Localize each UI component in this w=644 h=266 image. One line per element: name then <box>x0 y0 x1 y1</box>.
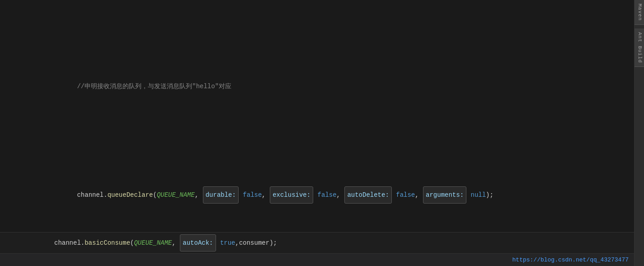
param-label: exclusive: <box>270 186 313 204</box>
code-text: ( <box>153 191 156 199</box>
code-text: queueDeclare <box>108 191 153 199</box>
panel-tab-label: Maven <box>637 4 643 21</box>
code-text: ); <box>486 191 494 199</box>
param-label: autoDelete: <box>344 186 391 204</box>
code-text: channel. <box>77 191 107 199</box>
code-text: , <box>415 191 423 199</box>
status-url: https://blog.csdn.net/qq_43273477 <box>512 256 629 263</box>
code-text: basicConsume <box>85 239 130 247</box>
code-text: , <box>262 191 269 199</box>
code-text: null <box>467 191 486 199</box>
ant-build-panel-tab[interactable]: Ant Build <box>635 28 644 67</box>
maven-panel-tab[interactable]: Maven <box>635 0 644 25</box>
param-label: arguments: <box>423 186 466 204</box>
code-text: ,consumer); <box>235 239 277 247</box>
code-text: QUEUE_NAME <box>134 239 172 247</box>
status-bar: https://blog.csdn.net/qq_43273477 <box>0 253 634 266</box>
code-editor: //申明接收消息的队列，与发送消息队列"hello"对应 channel.que… <box>0 0 634 266</box>
code-text: QUEUE_NAME <box>157 191 195 199</box>
panel-tab-label: Ant Build <box>637 32 643 63</box>
code-text: false <box>239 191 262 199</box>
code-line: channel.queueDeclare(QUEUE_NAME, durable… <box>32 171 634 219</box>
code-text: , <box>337 191 344 199</box>
code-comment: //申明接收消息的队列，与发送消息队列"hello"对应 <box>77 83 231 90</box>
code-text: , <box>195 191 202 199</box>
code-text: channel. <box>54 239 85 247</box>
code-lines: //申明接收消息的队列，与发送消息队列"hello"对应 channel.que… <box>0 0 634 266</box>
right-panels: Maven Ant Build <box>634 0 644 266</box>
param-label: durable: <box>203 186 239 204</box>
param-autoack-label: autoAck: <box>180 234 216 252</box>
code-line: //申明接收消息的队列，与发送消息队列"hello"对应 <box>32 63 634 109</box>
code-text: false <box>314 191 336 199</box>
code-text: , <box>172 239 179 247</box>
code-text: true <box>216 239 235 247</box>
code-text: false <box>392 191 415 199</box>
code-line-last: channel.basicConsume(QUEUE_NAME, autoAck… <box>32 234 634 252</box>
